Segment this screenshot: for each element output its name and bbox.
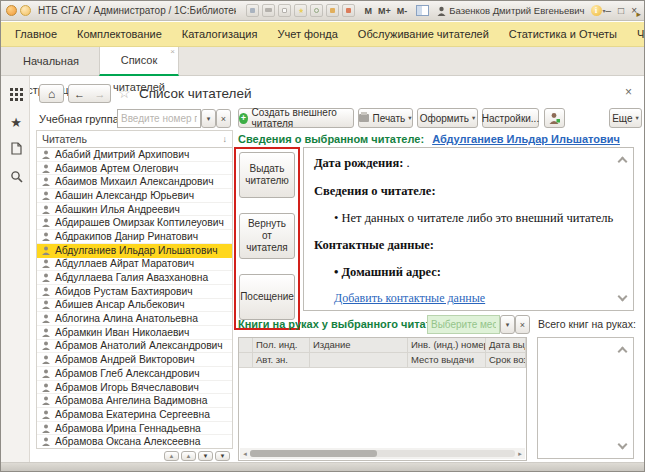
reader-name: Абдуллаева Галия Авазхановна <box>55 272 208 283</box>
list-item[interactable]: Абрамов Анатолий Александрович <box>37 340 232 354</box>
settings-button[interactable]: Настройки... <box>482 108 539 128</box>
sort-desc-icon: ↓ <box>223 134 228 144</box>
go-down-button[interactable]: ▼ <box>198 451 213 461</box>
list-item[interactable]: Абрамов Игорь Вячеславович <box>37 381 232 395</box>
month-dropdown-icon[interactable]: ▾ <box>500 315 515 334</box>
return-from-reader-button[interactable]: Вернуть от читателя <box>239 213 295 259</box>
list-item[interactable]: Абрамова Ирина Геннадьевна <box>37 422 232 436</box>
col-shelf-index[interactable]: Пол. инд. <box>253 338 310 353</box>
scrollbar-thumb[interactable] <box>250 450 377 457</box>
history-rail-icon[interactable] <box>8 140 24 156</box>
history-icon[interactable] <box>310 4 323 17</box>
home-button[interactable]: ⌂ <box>39 84 64 103</box>
selected-reader-link[interactable]: Абдулганиев Ильдар Ильшатович <box>432 133 620 145</box>
tab-reader-list[interactable]: Список читателей × <box>99 47 179 76</box>
list-item[interactable]: Абдирашев Омирзак Коптилеуович <box>37 216 232 230</box>
col-issue-place[interactable]: Место выдачи <box>408 353 486 368</box>
scroll-down-icon[interactable] <box>618 440 628 450</box>
issue-to-reader-button[interactable]: Выдать читателю <box>239 152 295 198</box>
calendar-icon[interactable] <box>342 4 355 17</box>
study-group-clear-icon[interactable]: × <box>216 109 231 128</box>
month-select-input[interactable] <box>427 315 500 334</box>
col-inventory-number[interactable]: Инв. (инд.) номер <box>408 338 486 353</box>
list-item[interactable]: Абашин Александр Юрьевич <box>37 189 232 203</box>
search-icon[interactable] <box>8 168 24 184</box>
minimize-button[interactable]: – <box>606 5 612 17</box>
list-item[interactable]: Абдулганиев Ильдар Ильшатович <box>37 244 232 258</box>
list-item[interactable]: Абрамова Оксана Алексеевна <box>37 435 232 448</box>
list-item[interactable]: Аблогина Алина Анатольевна <box>37 312 232 326</box>
reader-column-header[interactable]: Читатель ↓ <box>37 131 232 148</box>
menu-item[interactable]: Учет фонда <box>267 22 347 47</box>
list-item[interactable]: Абрамкин Иван Николаевич <box>37 326 232 340</box>
create-external-reader-button[interactable]: + Создать внешнего читателя <box>238 108 354 128</box>
system-menu-icon[interactable] <box>6 5 17 16</box>
print-button[interactable]: Печать ▾ <box>358 108 413 128</box>
menu-item[interactable]: Комплектование <box>67 22 172 47</box>
service-info-button[interactable]: i ▾ <box>591 5 606 16</box>
menu-item[interactable]: Читатель <box>627 22 645 47</box>
person-icon <box>41 232 51 241</box>
study-group-dropdown-icon[interactable]: ▾ <box>201 109 216 128</box>
list-item[interactable]: Абдуллаев Айрат Маратович <box>37 258 232 272</box>
list-item[interactable]: Абрамов Андрей Викторович <box>37 353 232 367</box>
menu-overflow-icon[interactable]: ▸ <box>636 9 641 19</box>
list-item[interactable]: Абрамов Глеб Александрович <box>37 367 232 381</box>
scroll-up-icon[interactable] <box>618 157 628 167</box>
go-bottom-button[interactable]: ▼ <box>215 451 230 461</box>
scroll-right-icon[interactable]: ▸ <box>515 450 525 458</box>
menu-item[interactable]: Главное <box>5 22 67 47</box>
favorites-rail-icon[interactable]: ★ <box>8 114 24 130</box>
list-item[interactable]: Абдракипов Данир Ринатович <box>37 230 232 244</box>
menu-item[interactable]: Каталогизация <box>172 22 268 47</box>
horizontal-scrollbar[interactable]: ◂ ▸ <box>240 448 525 459</box>
print-icon[interactable] <box>262 4 275 17</box>
tab-close-icon[interactable]: × <box>170 47 175 57</box>
go-up-button[interactable]: ▲ <box>181 451 196 461</box>
scroll-down-icon[interactable] <box>618 292 628 302</box>
go-top-button[interactable]: ▲ <box>164 451 179 461</box>
memory-m-minus-button[interactable]: М- <box>396 6 409 16</box>
list-item[interactable]: Абидов Рустам Бахтиярович <box>37 285 232 299</box>
side-rail: ★ <box>1 76 30 462</box>
favorites-icon[interactable] <box>294 4 307 17</box>
col-author-sign[interactable]: Авт. зн. <box>253 353 310 368</box>
month-clear-icon[interactable]: × <box>515 315 530 334</box>
tab-home-page[interactable]: Начальная страница <box>3 47 99 76</box>
memory-m-plus-button[interactable]: М+ <box>377 6 392 16</box>
col-issue-date[interactable]: Дата выд <box>486 338 526 353</box>
study-group-input[interactable] <box>117 109 201 128</box>
maximize-button[interactable]: □ <box>618 5 624 17</box>
col-return-due[interactable]: Срок воз <box>486 353 526 368</box>
issue-menu-button[interactable]: Оформить ▾ <box>417 108 478 128</box>
menu-item[interactable]: Обслуживание читателей <box>348 22 499 47</box>
reader-card-button[interactable] <box>544 108 565 128</box>
menu-item[interactable]: Статистика и Отчеты <box>499 22 627 47</box>
list-item[interactable]: Абашкин Илья Андреевич <box>37 203 232 217</box>
add-contacts-link[interactable]: Добавить контактные данные <box>334 291 485 306</box>
function-menu-icon[interactable] <box>8 86 24 102</box>
list-item[interactable]: Абрамова Екатерина Сергеевна <box>37 408 232 422</box>
scroll-up-icon[interactable] <box>618 347 628 357</box>
save-icon[interactable] <box>246 4 259 17</box>
list-item[interactable]: Абаимов Артем Олегович <box>37 162 232 176</box>
visit-button[interactable]: Посещение <box>239 274 295 320</box>
back-button[interactable]: ← <box>68 84 91 103</box>
list-item[interactable]: Абабий Дмитрий Архипович <box>37 148 232 162</box>
forward-button[interactable]: → <box>90 84 111 103</box>
add-to-favorites-icon[interactable]: ☆ <box>118 85 131 101</box>
calculator-icon[interactable] <box>326 4 339 17</box>
list-item[interactable]: Абаимов Михаил Александрович <box>37 175 232 189</box>
list-item[interactable]: Абрамова Ангелина Вадимовна <box>37 394 232 408</box>
scroll-left-icon[interactable]: ◂ <box>240 450 250 458</box>
list-item[interactable]: Абдуллаева Галия Авазхановна <box>37 271 232 285</box>
more-button[interactable]: Еще ▾ <box>609 108 642 128</box>
memory-m-button[interactable]: М <box>363 6 373 16</box>
list-item[interactable]: Абишев Ансар Альбекович <box>37 299 232 313</box>
form-close-icon[interactable]: × <box>625 85 632 99</box>
col-edition[interactable]: Издание <box>310 338 408 353</box>
user-menu[interactable]: Базенков Дмитрий Евгеньевич <box>437 5 584 16</box>
reader-info-empty: • Нет данных о читателе либо это внешний… <box>334 211 613 226</box>
print-preview-icon[interactable] <box>278 4 291 17</box>
window-split-icon[interactable] <box>416 5 429 16</box>
